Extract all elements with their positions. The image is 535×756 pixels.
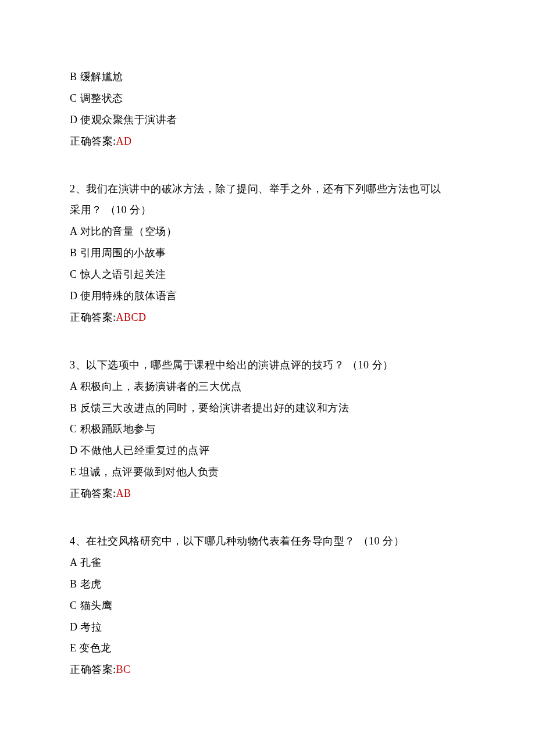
document-page: B 缓解尴尬 C 调整状态 D 使观众聚焦于演讲者 正确答案:AD 2、我们在演… — [0, 0, 535, 744]
answer-line: 正确答案:BC — [70, 662, 465, 678]
option-a: A 对比的音量（空场） — [70, 224, 465, 240]
option-b: B 老虎 — [70, 576, 465, 593]
option-e: E 变色龙 — [70, 640, 465, 657]
answer-value: AD — [116, 135, 132, 147]
answer-line: 正确答案:ABCD — [70, 310, 465, 326]
option-a: A 孔雀 — [70, 555, 465, 571]
option-e: E 坦诚，点评要做到对他人负责 — [70, 464, 465, 481]
question-stem: 4、在社交风格研究中，以下哪几种动物代表着任务导向型？ （10 分） — [70, 533, 465, 550]
question-4: 4、在社交风格研究中，以下哪几种动物代表着任务导向型？ （10 分） A 孔雀 … — [70, 533, 465, 678]
answer-label: 正确答案: — [70, 135, 116, 147]
option-d: D 使观众聚焦于演讲者 — [70, 112, 465, 128]
answer-line: 正确答案:AB — [70, 486, 465, 502]
option-d: D 使用特殊的肢体语言 — [70, 288, 465, 304]
option-b: B 引用周围的小故事 — [70, 245, 465, 261]
question-3: 3、以下选项中，哪些属于课程中给出的演讲点评的技巧？ （10 分） A 积极向上… — [70, 357, 465, 502]
option-c: C 惊人之语引起关注 — [70, 267, 465, 283]
answer-value: ABCD — [116, 311, 147, 323]
question-2: 2、我们在演讲中的破冰方法，除了提问、举手之外，还有下列哪些方法也可以 采用？ … — [70, 181, 465, 326]
option-c: C 猫头鹰 — [70, 598, 465, 614]
answer-line: 正确答案:AD — [70, 134, 465, 150]
option-b: B 反馈三大改进点的同时，要给演讲者提出好的建议和方法 — [70, 400, 465, 417]
answer-label: 正确答案: — [70, 664, 116, 675]
question-stem-line1: 2、我们在演讲中的破冰方法，除了提问、举手之外，还有下列哪些方法也可以 — [70, 181, 465, 198]
answer-value: BC — [116, 664, 131, 675]
question-stem: 3、以下选项中，哪些属于课程中给出的演讲点评的技巧？ （10 分） — [70, 357, 465, 374]
option-d: D 考拉 — [70, 619, 465, 636]
answer-label: 正确答案: — [70, 488, 116, 499]
option-a: A 积极向上，表扬演讲者的三大优点 — [70, 379, 465, 395]
option-c: C 积极踊跃地参与 — [70, 421, 465, 438]
answer-label: 正确答案: — [70, 311, 116, 323]
question-1-partial: B 缓解尴尬 C 调整状态 D 使观众聚焦于演讲者 正确答案:AD — [70, 69, 465, 150]
question-stem-line2: 采用？ （10 分） — [70, 202, 465, 218]
option-d: D 不做他人已经重复过的点评 — [70, 443, 465, 459]
option-b: B 缓解尴尬 — [70, 69, 465, 85]
answer-value: AB — [116, 488, 131, 499]
option-c: C 调整状态 — [70, 91, 465, 107]
